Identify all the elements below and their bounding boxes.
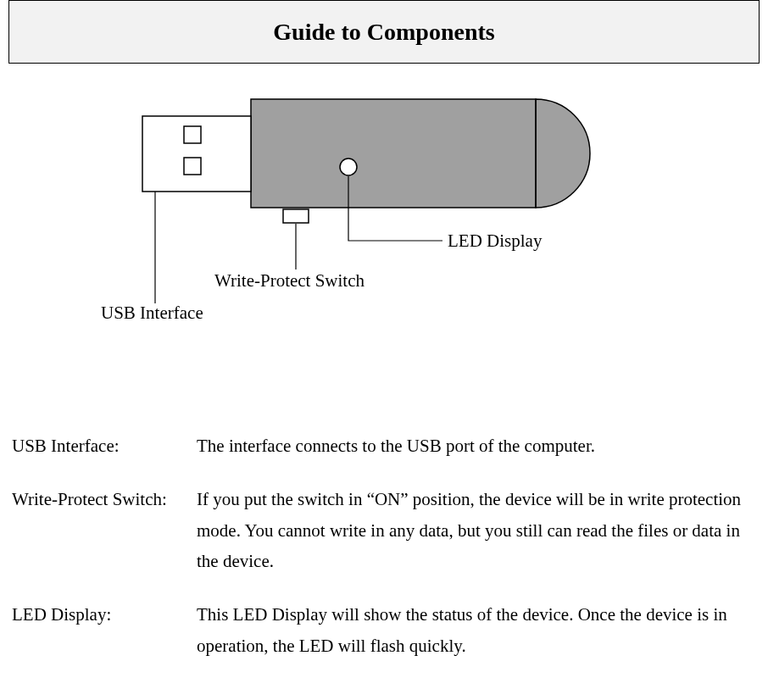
definition-text: The interface connects to the USB port o… — [197, 431, 756, 462]
definition-text: If you put the switch in “ON” position, … — [197, 484, 756, 577]
label-usb: USB Interface — [101, 303, 203, 324]
definitions: USB Interface: The interface connects to… — [12, 431, 756, 684]
label-led: LED Display — [448, 231, 542, 252]
device-tip — [536, 99, 590, 208]
label-wps: Write-Protect Switch — [214, 270, 365, 292]
write-protect-switch — [283, 209, 309, 223]
definition-row: USB Interface: The interface connects to… — [12, 431, 756, 462]
definition-term: USB Interface: — [12, 431, 197, 462]
definition-row: Write-Protect Switch: If you put the swi… — [12, 484, 756, 577]
definition-term: Write-Protect Switch: — [12, 484, 197, 577]
page: Guide to Components LED Display Write-Pr… — [0, 0, 768, 700]
definition-row: LED Display: This LED Display will show … — [12, 599, 756, 662]
usb-pin-top — [184, 126, 201, 143]
device-body — [251, 99, 536, 208]
definition-term: LED Display: — [12, 599, 197, 662]
usb-pin-bottom — [184, 158, 201, 175]
definition-text: This LED Display will show the status of… — [197, 599, 756, 662]
led-indicator — [340, 158, 357, 175]
